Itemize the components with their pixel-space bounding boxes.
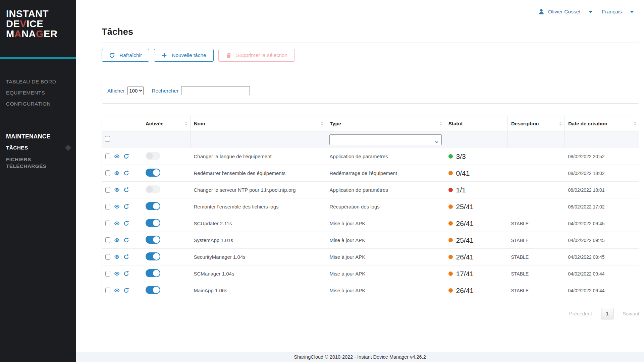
task-type: Mise à jour APK — [330, 271, 366, 277]
enabled-toggle[interactable] — [146, 252, 160, 260]
previous-page-button[interactable]: Précédent — [569, 311, 592, 316]
user-menu[interactable]: Olivier Cosset — [538, 8, 580, 15]
column-activee[interactable]: Activée — [142, 116, 191, 131]
row-actions-cell — [102, 232, 142, 249]
enabled-toggle[interactable] — [146, 269, 160, 277]
enabled-toggle[interactable] — [146, 236, 160, 244]
sort-arrows-icon[interactable] — [634, 121, 636, 126]
row-refresh-button[interactable] — [123, 187, 129, 193]
view-button[interactable] — [114, 271, 120, 277]
row-refresh-button[interactable] — [123, 221, 129, 226]
tasks-table: Activée Nom Type Statut Description Date… — [102, 116, 639, 299]
row-checkbox[interactable] — [105, 204, 110, 209]
row-refresh-button[interactable] — [123, 271, 129, 277]
row-description-cell: STABLE — [508, 282, 565, 299]
task-description: STABLE — [511, 221, 529, 226]
row-checkbox[interactable] — [105, 254, 110, 260]
language-menu[interactable]: Français — [602, 9, 622, 15]
topbar: Olivier Cosset Français — [76, 0, 644, 23]
view-button[interactable] — [114, 204, 120, 209]
row-checkbox[interactable] — [105, 221, 110, 226]
next-page-button[interactable]: Suivant — [623, 311, 639, 316]
footer-text: SharingCloud © 2010-2022 - Instant Devic… — [294, 354, 426, 360]
task-name: Changer le serveur NTP pour 1.fr.pool.nt… — [194, 187, 296, 193]
view-button[interactable] — [114, 237, 120, 243]
enabled-toggle[interactable] — [146, 152, 160, 160]
sort-arrows-icon[interactable] — [185, 121, 187, 126]
refresh-button-label: Rafraîchir — [119, 52, 142, 58]
row-refresh-button[interactable] — [123, 170, 129, 176]
sidebar-item-fichiers-telecharges[interactable]: FICHIERS TÉLÉCHARGÉS — [6, 156, 70, 170]
view-button[interactable] — [114, 221, 120, 226]
row-checkbox[interactable] — [105, 288, 110, 293]
task-description: STABLE — [511, 238, 529, 243]
enabled-toggle[interactable] — [146, 185, 160, 193]
view-button[interactable] — [114, 170, 120, 176]
view-button[interactable] — [114, 187, 120, 193]
app-logo: INSTANT DEVICE MANAGER — [0, 0, 76, 39]
column-date-creation[interactable]: Date de création — [565, 116, 639, 131]
sort-arrows-icon[interactable] — [559, 121, 562, 126]
view-button[interactable] — [114, 254, 120, 260]
task-type: Mise à jour APK — [330, 221, 366, 226]
row-refresh-button[interactable] — [123, 204, 129, 209]
sidebar-item-taches[interactable]: TÂCHES — [0, 145, 76, 151]
row-checkbox[interactable] — [105, 170, 110, 176]
logo-line-2: DEVICE — [6, 19, 76, 29]
column-nom[interactable]: Nom — [191, 116, 326, 131]
column-type[interactable]: Type — [326, 116, 445, 131]
eye-icon — [114, 237, 120, 243]
task-name: MainApp 1.06s — [194, 288, 227, 293]
row-activee-cell — [142, 215, 191, 232]
task-description: STABLE — [511, 254, 529, 260]
eye-icon — [114, 154, 120, 159]
enabled-toggle[interactable] — [146, 219, 160, 227]
row-refresh-button[interactable] — [123, 288, 129, 293]
row-refresh-button[interactable] — [123, 254, 129, 260]
row-checkbox[interactable] — [105, 187, 110, 193]
type-filter-select[interactable] — [329, 134, 442, 145]
task-type: Mise à jour APK — [330, 288, 366, 293]
row-actions-cell — [102, 148, 142, 165]
select-all-checkbox[interactable] — [105, 136, 110, 142]
row-statut-cell: 26/41 — [445, 215, 508, 232]
filter-cell-statut — [445, 131, 508, 148]
delete-selection-button[interactable]: Supprimer la sélection — [218, 49, 295, 62]
task-type: Application de paramètres — [330, 154, 388, 159]
refresh-button[interactable]: Rafraîchir — [102, 49, 149, 62]
diamond-icon — [65, 145, 71, 151]
search-label: Rechercher — [152, 88, 178, 94]
page-size-select[interactable]: 100 — [127, 86, 144, 95]
enabled-toggle[interactable] — [146, 286, 160, 294]
row-checkbox[interactable] — [105, 154, 110, 159]
row-actions-cell — [102, 282, 142, 299]
chevron-down-icon[interactable] — [589, 11, 593, 13]
enabled-toggle[interactable] — [146, 202, 160, 210]
search-input[interactable] — [181, 86, 250, 95]
view-button[interactable] — [114, 154, 120, 159]
row-type-cell: Mise à jour APK — [326, 232, 445, 249]
view-button[interactable] — [114, 288, 120, 293]
refresh-icon — [123, 221, 129, 226]
sort-arrows-icon[interactable] — [439, 121, 442, 126]
creation-date: 08/02/2022 18:01 — [568, 187, 605, 193]
row-checkbox[interactable] — [105, 237, 110, 243]
filter-cell-activee — [142, 131, 191, 148]
status-count: 0/41 — [456, 169, 470, 177]
column-description[interactable]: Description — [508, 116, 565, 131]
row-checkbox[interactable] — [105, 271, 110, 277]
sidebar-item-tableau-de-bord[interactable]: TABLEAU DE BORD — [6, 78, 76, 85]
row-refresh-button[interactable] — [123, 154, 129, 159]
chevron-down-icon[interactable] — [630, 11, 634, 13]
table-row: SCManager 1.04s Mise à jour APK 17/41 ST… — [102, 265, 639, 282]
eye-icon — [114, 221, 120, 226]
status-count: 26/41 — [456, 253, 474, 261]
enabled-toggle[interactable] — [146, 169, 160, 177]
sidebar-item-configuration[interactable]: CONFIGURATION — [6, 101, 76, 107]
status-count: 1/1 — [456, 186, 466, 194]
sort-arrows-icon[interactable] — [321, 121, 323, 126]
page-1-button[interactable]: 1 — [601, 308, 613, 319]
new-task-button[interactable]: Nouvelle tâche — [154, 49, 214, 62]
row-refresh-button[interactable] — [123, 237, 129, 243]
sidebar-item-equipements[interactable]: EQUIPEMENTS — [6, 89, 76, 96]
